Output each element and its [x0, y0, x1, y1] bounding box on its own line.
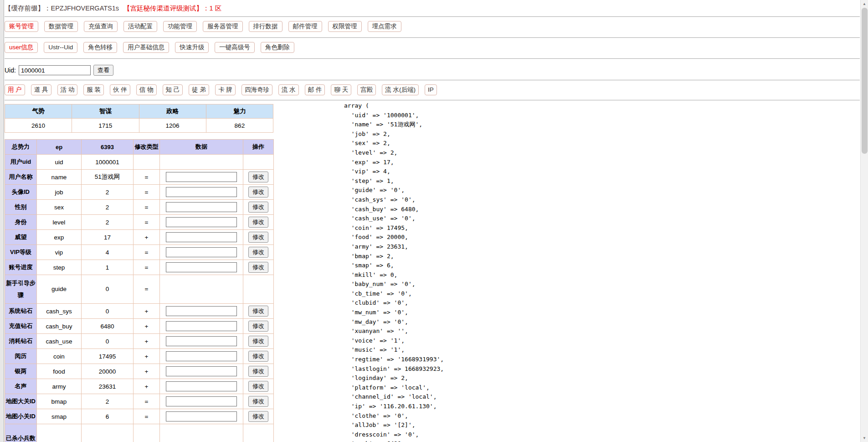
row-label-bmap: 地图大关ID: [5, 394, 37, 409]
row-action-cell-exp: 修改: [243, 230, 274, 245]
nav-primary-button-0[interactable]: 账号管理: [5, 21, 38, 32]
tab-7[interactable]: 徒 弟: [189, 84, 209, 95]
tab-13[interactable]: 宫殿: [357, 84, 376, 95]
value-input-smap[interactable]: [166, 411, 237, 421]
row-value-row-17: [82, 424, 134, 442]
tab-10[interactable]: 流 水: [278, 84, 299, 95]
value-input-sex[interactable]: [166, 202, 237, 212]
value-input-cash_sys[interactable]: [166, 306, 237, 316]
modify-button-level[interactable]: 修改: [248, 217, 268, 228]
tab-6[interactable]: 知 己: [163, 84, 183, 95]
nav-secondary-button-5[interactable]: 一键高级号: [215, 42, 255, 53]
table-row-food: 银两food20000+修改: [5, 364, 274, 379]
row-label-sex: 性别: [5, 200, 37, 215]
tab-8[interactable]: 卡 牌: [215, 84, 236, 95]
stats-header-0: 气势: [5, 104, 72, 119]
scroll-down-icon[interactable]: ▼: [861, 434, 868, 442]
modify-button-smap[interactable]: 修改: [248, 411, 268, 422]
value-input-name[interactable]: [166, 172, 237, 182]
modify-button-sex[interactable]: 修改: [248, 202, 268, 213]
row-action-cell-army: 修改: [243, 379, 274, 394]
row-input-cell-coin: [160, 349, 243, 364]
nav-primary-button-3[interactable]: 活动配置: [123, 21, 157, 32]
nav-primary-button-4[interactable]: 功能管理: [163, 21, 197, 32]
nav-primary-button-1[interactable]: 数据管理: [44, 21, 78, 32]
value-input-food[interactable]: [166, 366, 237, 376]
row-op-uid: [134, 155, 160, 170]
value-input-army[interactable]: [166, 381, 237, 391]
nav-primary-button-9[interactable]: 埋点需求: [368, 21, 401, 32]
value-input-coin[interactable]: [166, 351, 237, 361]
nav-primary-button-6[interactable]: 排行数据: [249, 21, 282, 32]
modify-button-name[interactable]: 修改: [248, 172, 268, 182]
modify-button-step[interactable]: 修改: [248, 262, 268, 273]
row-label-row-17: 已杀小兵数: [5, 424, 37, 442]
row-action-cell-guide: [243, 275, 274, 304]
tab-11[interactable]: 邮 件: [305, 84, 325, 95]
value-input-exp[interactable]: [166, 232, 237, 242]
tab-4[interactable]: 伙 伴: [110, 84, 130, 95]
row-input-cell-cash_use: [160, 334, 243, 349]
table-row-cash_sys: 系统钻石cash_sys0+修改: [5, 304, 274, 319]
cache-prefix-label: 【缓存前缀】：EPZJFHOVERGATS1s: [5, 5, 119, 12]
tab-bar: 用 户道 具活 动服 装伙 伴信 物知 己徒 弟卡 牌四海奇珍流 水邮 件聊 天…: [5, 84, 860, 95]
tab-12[interactable]: 聊 天: [331, 84, 351, 95]
nav-primary-button-2[interactable]: 充值查询: [84, 21, 118, 32]
row-label-uid: 用户uid: [5, 155, 37, 170]
row-op-cash_buy: +: [134, 319, 160, 334]
nav-secondary-button-0[interactable]: user信息: [5, 42, 38, 53]
value-input-cash_use[interactable]: [166, 336, 237, 346]
nav-primary-button-7[interactable]: 邮件管理: [288, 21, 322, 32]
row-op-smap: =: [134, 409, 160, 424]
value-input-bmap[interactable]: [166, 396, 237, 406]
tab-14[interactable]: 流 水(后端): [382, 84, 419, 95]
row-value-sex: 2: [82, 200, 134, 215]
row-key-cash_sys: cash_sys: [37, 304, 82, 319]
modify-button-coin[interactable]: 修改: [248, 351, 268, 362]
modify-button-bmap[interactable]: 修改: [248, 396, 268, 407]
table-row-cash_buy: 充值钻石cash_buy6480+修改: [5, 319, 274, 334]
tab-3[interactable]: 服 装: [83, 84, 104, 95]
row-action-cell-cash_sys: 修改: [243, 304, 274, 319]
scrollbar-thumb[interactable]: [862, 8, 868, 154]
row-op-vip: =: [134, 245, 160, 260]
value-input-step[interactable]: [166, 262, 237, 272]
modify-button-exp[interactable]: 修改: [248, 232, 268, 243]
modify-button-job[interactable]: 修改: [248, 187, 268, 198]
nav-primary-button-5[interactable]: 服务器管理: [203, 21, 243, 32]
modify-button-cash_use[interactable]: 修改: [248, 336, 268, 347]
value-input-level[interactable]: [166, 217, 237, 227]
table-row-row-17: 已杀小兵数: [5, 424, 274, 442]
nav-secondary-button-4[interactable]: 快速升级: [175, 42, 209, 53]
value-input-job[interactable]: [166, 187, 237, 197]
modify-button-cash_sys[interactable]: 修改: [248, 306, 268, 317]
view-button[interactable]: 查看: [93, 65, 113, 76]
value-input-vip[interactable]: [166, 247, 237, 257]
table-row-smap: 地图小关IDsmap6=修改: [5, 409, 274, 424]
tab-9[interactable]: 四海奇珍: [241, 84, 272, 95]
nav-secondary-button-6[interactable]: 角色删除: [261, 42, 294, 53]
uid-input[interactable]: [19, 65, 91, 75]
row-action-cell-job: 修改: [243, 185, 274, 200]
tab-0[interactable]: 用 户: [5, 84, 25, 95]
table-row-level: 身份level2=修改: [5, 215, 274, 230]
nav-secondary-button-1[interactable]: Ustr--Uid: [44, 42, 77, 53]
modify-button-food[interactable]: 修改: [248, 366, 268, 377]
value-input-cash_buy[interactable]: [166, 321, 237, 331]
row-op-bmap: =: [134, 394, 160, 409]
vertical-scrollbar[interactable]: ▲ ▼: [860, 0, 868, 442]
attributes-table: 气势智谋政略魅力 261017151206862: [5, 104, 273, 133]
nav-primary-button-8[interactable]: 权限管理: [328, 21, 362, 32]
nav-secondary-button-3[interactable]: 用户基础信息: [123, 42, 169, 53]
modify-button-cash_buy[interactable]: 修改: [248, 321, 268, 332]
tab-15[interactable]: IP: [425, 84, 437, 95]
modify-button-army[interactable]: 修改: [248, 381, 268, 392]
column-header-1: ep: [37, 140, 82, 155]
scroll-up-icon[interactable]: ▲: [861, 0, 868, 8]
tab-5[interactable]: 信 物: [136, 84, 157, 95]
tab-1[interactable]: 道 具: [31, 84, 51, 95]
modify-button-vip[interactable]: 修改: [248, 247, 268, 258]
nav-secondary-button-2[interactable]: 角色转移: [83, 42, 117, 53]
tab-2[interactable]: 活 动: [57, 84, 78, 95]
row-key-name: name: [37, 170, 82, 185]
